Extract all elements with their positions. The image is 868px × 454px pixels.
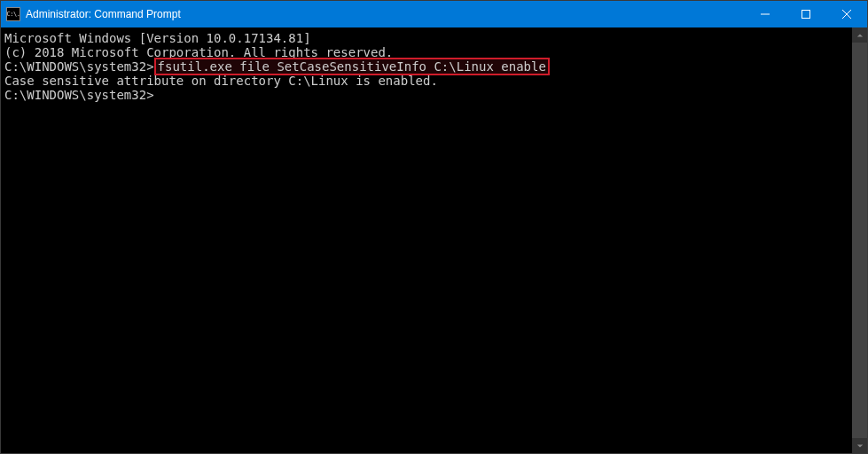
svg-rect-1 <box>802 11 810 19</box>
command-prompt-window: C:\. Administrator: Command Prompt Micro… <box>0 0 868 454</box>
titlebar-controls <box>745 1 867 27</box>
close-icon <box>842 10 851 19</box>
titlebar[interactable]: C:\. Administrator: Command Prompt <box>1 1 867 27</box>
window-title: Administrator: Command Prompt <box>26 8 745 20</box>
minimize-icon <box>761 10 770 19</box>
scroll-down-button[interactable] <box>852 438 867 453</box>
scroll-up-button[interactable] <box>852 27 867 43</box>
console-output[interactable]: Microsoft Windows [Version 10.0.17134.81… <box>1 27 852 453</box>
close-button[interactable] <box>826 1 867 27</box>
chevron-down-icon <box>856 442 864 450</box>
minimize-button[interactable] <box>745 1 786 27</box>
prompt-text: C:\WINDOWS\system32> <box>4 59 154 74</box>
scroll-track[interactable] <box>852 43 867 438</box>
prompt-line-1: C:\WINDOWS\system32>fsutil.exe file SetC… <box>4 59 848 74</box>
highlighted-command: fsutil.exe file SetCaseSensitiveInfo C:\… <box>154 58 550 75</box>
scroll-thumb[interactable] <box>852 43 867 438</box>
prompt-line-2: C:\WINDOWS\system32> <box>4 88 848 102</box>
maximize-button[interactable] <box>786 1 826 27</box>
app-icon: C:\. <box>6 7 20 21</box>
output-line: Case sensitive attribute on directory C:… <box>4 74 848 88</box>
vertical-scrollbar[interactable] <box>852 27 867 453</box>
version-line: Microsoft Windows [Version 10.0.17134.81… <box>4 31 848 45</box>
chevron-up-icon <box>856 32 864 39</box>
maximize-icon <box>802 10 810 19</box>
console-area: Microsoft Windows [Version 10.0.17134.81… <box>1 27 867 453</box>
